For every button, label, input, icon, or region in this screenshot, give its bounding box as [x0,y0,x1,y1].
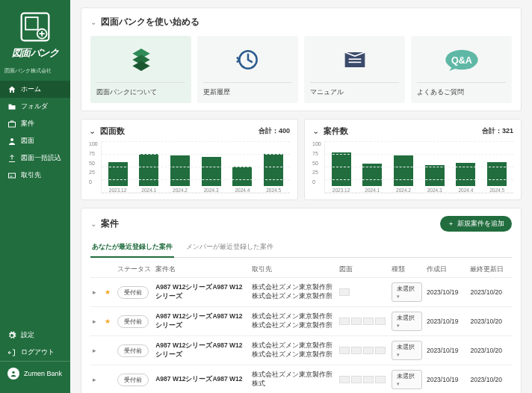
tile-label: よくあるご質問 [417,82,506,97]
type-select[interactable]: 未選択 [392,282,422,302]
sidebar-item-gear[interactable]: 設定 [0,327,70,344]
sidebar: 図面バンク 図面バンク株式会社 ホームフォルダ案件図面図面一括読込取引先 設定ロ… [0,0,70,393]
status-badge: 受付前 [117,286,149,299]
created-date: 2023/10/19 [424,365,468,394]
star-icon[interactable]: ★ [105,288,111,296]
svg-rect-5 [9,173,16,178]
tile-label: 図面バンクについて [96,82,185,97]
chart-title: 図面数 [100,126,125,137]
sidebar-item-home[interactable]: ホーム [0,81,70,98]
main-content: ⌄ 図面バンクを使い始める 図面バンクについて更新履歴マニュアルQ&Aよくあるご… [70,0,532,393]
chart-title: 案件数 [324,126,348,137]
add-case-button[interactable]: ＋ 新規案件を追加 [440,216,512,232]
getting-started-panel: ⌄ 図面バンクを使い始める 図面バンクについて更新履歴マニュアルQ&Aよくあるご… [81,7,522,111]
expand-icon[interactable]: ▸ [93,347,96,354]
brand-name: 図面バンク [12,46,59,60]
expand-icon[interactable]: ▸ [93,376,96,383]
panel-title: 図面バンクを使い始める [101,16,200,28]
case-name[interactable]: A987 W12シリーズA987 W12シリーズ [153,278,250,307]
cases-panel: ⌄ 案件 ＋ 新規案件を追加 あなたが最近登録した案件メンバーが最近登録した案件… [81,208,522,393]
star-icon[interactable]: ★ [105,318,111,325]
svg-marker-9 [132,61,149,71]
case-name[interactable]: A987 W12シリーズA987 W12シリーズ [153,307,250,336]
client-name: 株式会社ズメン東京製作所株式 [250,365,337,394]
gear-icon [7,331,16,340]
drawing-thumbs[interactable] [339,318,387,325]
client-name: 株式会社ズメン東京製作所株式会社ズメン東京製作所 [250,278,337,307]
table-row: ▸ ★ 受付前 A987 W12シリーズA987 W12シリーズ 株式会社ズメン… [90,307,512,336]
sidebar-item-label: ログアウト [21,347,55,357]
tile-icon [96,42,185,78]
briefcase-icon [7,120,16,129]
chart-0: ⌄図面数 合計：400 10075502502023.122024.12024.… [81,119,298,200]
upload-icon [7,154,16,163]
tile-icon: Q&A [417,42,506,78]
type-select[interactable]: 未選択 [392,341,422,360]
tile-3[interactable]: Q&Aよくあるご質問 [411,36,512,103]
avatar-icon [7,368,19,380]
th-name: 案件名 [153,262,250,278]
bar: 2023.12 [105,162,132,193]
sidebar-item-briefcase[interactable]: 案件 [0,115,70,132]
expand-icon[interactable]: ▸ [93,288,96,296]
person-icon [7,137,16,146]
tab-1[interactable]: メンバーが最近登録した案件 [185,238,275,257]
th-client: 取引先 [250,262,337,278]
folder-icon [7,102,16,111]
chevron-down-icon[interactable]: ⌄ [312,126,319,136]
drawing-thumbs[interactable] [339,288,387,296]
sidebar-item-upload[interactable]: 図面一括読込 [0,149,70,167]
status-badge: 受付前 [117,374,149,386]
drawing-thumbs[interactable] [339,376,387,383]
chevron-down-icon[interactable]: ⌄ [90,220,96,228]
add-case-label: 新規案件を追加 [457,219,504,229]
sidebar-item-label: 図面一括読込 [21,153,61,163]
sidebar-user[interactable]: Zumen Bank [0,361,70,386]
th-created: 作成日 [424,262,468,278]
expand-icon[interactable]: ▸ [93,318,96,325]
type-select[interactable]: 未選択 [392,370,422,389]
bar: 2024.5 [260,154,287,194]
drawing-thumbs[interactable] [339,347,387,354]
brand-company: 図面バンク株式会社 [4,67,66,75]
case-name[interactable]: A987 W12シリーズA987 W12シリーズ [153,336,250,365]
sidebar-item-logout[interactable]: ログアウト [0,344,70,361]
sidebar-item-label: 案件 [21,119,34,129]
tile-label: 更新履歴 [203,82,292,97]
svg-rect-11 [348,58,361,60]
logo: 図面バンク [0,7,70,66]
user-name: Zumen Bank [24,370,62,377]
svg-point-6 [12,371,14,374]
cases-title: 案件 [101,217,119,230]
created-date: 2023/10/19 [424,278,468,307]
bar: 2024.1 [135,154,162,194]
home-icon [7,85,16,94]
client-name: 株式会社ズメン東京製作所株式会社ズメン東京製作所 [250,307,337,336]
sidebar-item-label: フォルダ [21,102,48,111]
svg-rect-3 [9,122,16,127]
sidebar-item-person[interactable]: 図面 [0,132,70,149]
sidebar-item-label: ホーム [21,84,41,94]
bar: 2024.5 [483,162,510,193]
table-row: ▸ ★ 受付前 A987 W12シリーズA987 W12シリーズ 株式会社ズメン… [90,278,512,307]
cases-table: ステータス 案件名 取引先 図面 種類 作成日 最終更新日 ▸ ★ 受付前 A9… [90,262,512,393]
tile-2[interactable]: マニュアル [304,36,405,103]
sidebar-item-card[interactable]: 取引先 [0,167,70,184]
tab-0[interactable]: あなたが最近登録した案件 [90,238,174,258]
tile-0[interactable]: 図面バンクについて [90,36,191,103]
type-select[interactable]: 未選択 [392,312,422,331]
sidebar-item-label: 図面 [21,136,34,146]
sidebar-item-folder[interactable]: フォルダ [0,98,70,115]
chevron-down-icon[interactable]: ⌄ [89,126,96,136]
th-updated: 最終更新日 [468,262,512,278]
sidebar-item-label: 取引先 [21,170,41,180]
bar: 2024.4 [229,167,256,193]
tile-1[interactable]: 更新履歴 [197,36,298,103]
case-name[interactable]: A987 W12シリーズA987 W12 [153,365,250,394]
tile-icon [203,42,292,78]
svg-point-4 [10,138,13,141]
svg-rect-12 [348,62,361,64]
chevron-down-icon[interactable]: ⌄ [90,18,96,26]
svg-rect-1 [25,17,37,29]
bar: 2024.1 [359,164,386,193]
